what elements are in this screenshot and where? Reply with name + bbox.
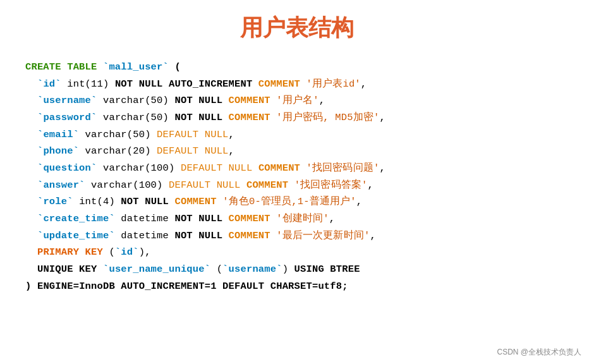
page-container: 用户表结构 CREATE TABLE `mall_user` ( `id` in… xyxy=(0,0,594,364)
code-line-9: `role` int(4) NOT NULL COMMENT '角色0-管理员,… xyxy=(25,193,569,210)
code-line-14: ) ENGINE=InnoDB AUTO_INCREMENT=1 DEFAULT… xyxy=(25,278,569,295)
code-line-10: `create_time` datetime NOT NULL COMMENT … xyxy=(25,210,569,228)
code-line-6: `phone` varchar(20) DEFAULT NULL, xyxy=(25,143,569,160)
footer-text: CSDN @全栈技术负责人 xyxy=(497,347,581,358)
code-line-1: CREATE TABLE `mall_user` ( xyxy=(25,59,569,76)
code-block: CREATE TABLE `mall_user` ( `id` int(11) … xyxy=(25,59,569,294)
code-line-4: `password` varchar(50) NOT NULL COMMENT … xyxy=(25,109,569,126)
code-line-2: `id` int(11) NOT NULL AUTO_INCREMENT COM… xyxy=(25,76,569,93)
code-line-11: `update_time` datetime NOT NULL COMMENT … xyxy=(25,228,569,245)
code-line-12: PRIMARY KEY (`id`), xyxy=(25,244,569,261)
page-title: 用户表结构 xyxy=(240,13,354,44)
code-line-5: `email` varchar(50) DEFAULT NULL, xyxy=(25,126,569,143)
code-line-8: `answer` varchar(100) DEFAULT NULL COMME… xyxy=(25,177,569,194)
code-line-3: `username` varchar(50) NOT NULL COMMENT … xyxy=(25,92,569,109)
code-line-7: `question` varchar(100) DEFAULT NULL COM… xyxy=(25,160,569,177)
code-line-13: UNIQUE KEY `user_name_unique` (`username… xyxy=(25,261,569,278)
